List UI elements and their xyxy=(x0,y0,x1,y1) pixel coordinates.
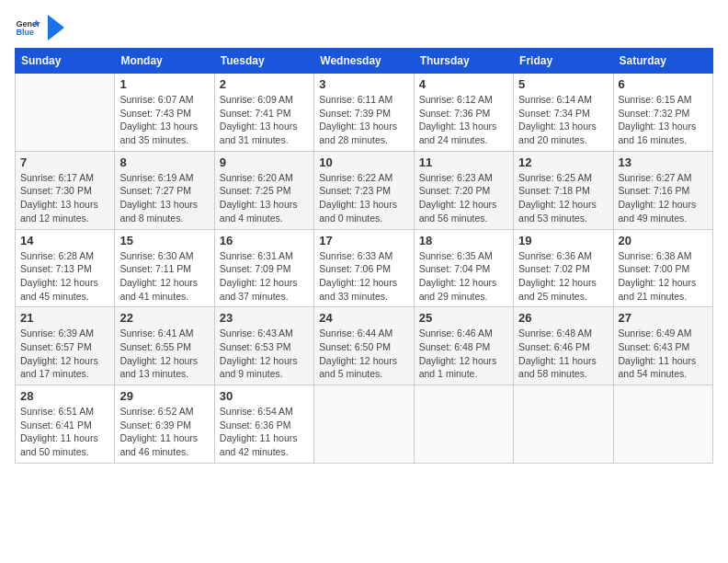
calendar-cell: 3Sunrise: 6:11 AM Sunset: 7:39 PM Daylig… xyxy=(314,74,414,152)
day-number: 21 xyxy=(20,311,109,325)
day-number: 25 xyxy=(419,311,508,325)
calendar-cell: 27Sunrise: 6:49 AM Sunset: 6:43 PM Dayli… xyxy=(613,307,712,385)
weekday-header-sunday: Sunday xyxy=(16,49,115,74)
calendar-cell: 5Sunrise: 6:14 AM Sunset: 7:34 PM Daylig… xyxy=(514,74,613,152)
calendar-cell: 21Sunrise: 6:39 AM Sunset: 6:57 PM Dayli… xyxy=(16,307,115,385)
calendar-cell xyxy=(613,385,712,464)
calendar-cell: 19Sunrise: 6:36 AM Sunset: 7:02 PM Dayli… xyxy=(514,229,613,307)
day-number: 16 xyxy=(220,234,309,247)
day-number: 5 xyxy=(518,77,608,91)
calendar-cell: 6Sunrise: 6:15 AM Sunset: 7:32 PM Daylig… xyxy=(613,74,712,152)
day-info: Sunrise: 6:27 AM Sunset: 7:16 PM Dayligh… xyxy=(619,171,708,225)
day-number: 20 xyxy=(619,234,708,247)
day-number: 12 xyxy=(518,155,608,169)
logo-arrow-icon xyxy=(48,15,64,40)
day-info: Sunrise: 6:14 AM Sunset: 7:34 PM Dayligh… xyxy=(518,93,608,147)
calendar-cell: 23Sunrise: 6:43 AM Sunset: 6:53 PM Dayli… xyxy=(214,307,313,385)
calendar-cell: 26Sunrise: 6:48 AM Sunset: 6:46 PM Dayli… xyxy=(514,307,613,385)
calendar-cell: 25Sunrise: 6:46 AM Sunset: 6:48 PM Dayli… xyxy=(414,307,513,385)
day-info: Sunrise: 6:20 AM Sunset: 7:25 PM Dayligh… xyxy=(220,171,309,225)
day-number: 10 xyxy=(319,155,408,169)
day-number: 14 xyxy=(20,234,109,247)
svg-marker-3 xyxy=(48,15,64,40)
calendar-cell: 11Sunrise: 6:23 AM Sunset: 7:20 PM Dayli… xyxy=(414,151,513,229)
day-info: Sunrise: 6:23 AM Sunset: 7:20 PM Dayligh… xyxy=(419,171,508,225)
calendar-cell: 14Sunrise: 6:28 AM Sunset: 7:13 PM Dayli… xyxy=(16,229,115,307)
calendar-table: SundayMondayTuesdayWednesdayThursdayFrid… xyxy=(15,48,713,464)
calendar-cell: 20Sunrise: 6:38 AM Sunset: 7:00 PM Dayli… xyxy=(613,229,712,307)
day-number: 4 xyxy=(419,77,508,91)
weekday-header-wednesday: Wednesday xyxy=(314,49,414,74)
day-number: 23 xyxy=(220,311,309,325)
day-number: 18 xyxy=(419,234,508,247)
day-number: 19 xyxy=(518,234,608,247)
day-info: Sunrise: 6:52 AM Sunset: 6:39 PM Dayligh… xyxy=(119,405,209,459)
day-info: Sunrise: 6:09 AM Sunset: 7:41 PM Dayligh… xyxy=(220,93,309,147)
day-info: Sunrise: 6:22 AM Sunset: 7:23 PM Dayligh… xyxy=(319,171,408,225)
day-number: 30 xyxy=(220,389,309,403)
day-info: Sunrise: 6:38 AM Sunset: 7:00 PM Dayligh… xyxy=(619,249,708,304)
day-info: Sunrise: 6:17 AM Sunset: 7:30 PM Dayligh… xyxy=(20,171,109,225)
calendar-cell xyxy=(514,385,613,464)
calendar-cell: 10Sunrise: 6:22 AM Sunset: 7:23 PM Dayli… xyxy=(314,151,414,229)
day-number: 27 xyxy=(619,311,708,325)
calendar-cell: 1Sunrise: 6:07 AM Sunset: 7:43 PM Daylig… xyxy=(115,74,214,152)
day-number: 22 xyxy=(119,311,209,325)
day-info: Sunrise: 6:54 AM Sunset: 6:36 PM Dayligh… xyxy=(220,405,309,459)
calendar-cell: 9Sunrise: 6:20 AM Sunset: 7:25 PM Daylig… xyxy=(214,151,313,229)
day-info: Sunrise: 6:25 AM Sunset: 7:18 PM Dayligh… xyxy=(518,171,608,225)
calendar-cell: 16Sunrise: 6:31 AM Sunset: 7:09 PM Dayli… xyxy=(214,229,313,307)
calendar-cell: 4Sunrise: 6:12 AM Sunset: 7:36 PM Daylig… xyxy=(414,74,513,152)
day-info: Sunrise: 6:11 AM Sunset: 7:39 PM Dayligh… xyxy=(319,93,408,147)
weekday-header-friday: Friday xyxy=(514,49,613,74)
day-info: Sunrise: 6:12 AM Sunset: 7:36 PM Dayligh… xyxy=(419,93,508,147)
day-info: Sunrise: 6:15 AM Sunset: 7:32 PM Dayligh… xyxy=(619,93,708,147)
calendar-cell: 13Sunrise: 6:27 AM Sunset: 7:16 PM Dayli… xyxy=(613,151,712,229)
weekday-header-monday: Monday xyxy=(115,49,214,74)
calendar-cell: 15Sunrise: 6:30 AM Sunset: 7:11 PM Dayli… xyxy=(115,229,214,307)
calendar-cell xyxy=(314,385,414,464)
day-info: Sunrise: 6:48 AM Sunset: 6:46 PM Dayligh… xyxy=(518,327,608,381)
weekday-header-tuesday: Tuesday xyxy=(214,49,313,74)
day-info: Sunrise: 6:35 AM Sunset: 7:04 PM Dayligh… xyxy=(419,249,508,304)
calendar-cell: 2Sunrise: 6:09 AM Sunset: 7:41 PM Daylig… xyxy=(214,74,313,152)
calendar-cell: 22Sunrise: 6:41 AM Sunset: 6:55 PM Dayli… xyxy=(115,307,214,385)
day-info: Sunrise: 6:36 AM Sunset: 7:02 PM Dayligh… xyxy=(518,249,608,304)
day-number: 3 xyxy=(319,77,408,91)
calendar-cell xyxy=(414,385,513,464)
day-number: 11 xyxy=(419,155,508,169)
day-number: 24 xyxy=(319,311,408,325)
day-info: Sunrise: 6:39 AM Sunset: 6:57 PM Dayligh… xyxy=(20,327,109,381)
calendar-cell: 12Sunrise: 6:25 AM Sunset: 7:18 PM Dayli… xyxy=(514,151,613,229)
day-info: Sunrise: 6:41 AM Sunset: 6:55 PM Dayligh… xyxy=(119,327,209,381)
calendar-cell: 18Sunrise: 6:35 AM Sunset: 7:04 PM Dayli… xyxy=(414,229,513,307)
day-number: 6 xyxy=(619,77,708,91)
calendar-cell: 7Sunrise: 6:17 AM Sunset: 7:30 PM Daylig… xyxy=(16,151,115,229)
weekday-header-thursday: Thursday xyxy=(414,49,513,74)
day-info: Sunrise: 6:31 AM Sunset: 7:09 PM Dayligh… xyxy=(220,249,309,304)
day-info: Sunrise: 6:46 AM Sunset: 6:48 PM Dayligh… xyxy=(419,327,508,381)
day-info: Sunrise: 6:28 AM Sunset: 7:13 PM Dayligh… xyxy=(20,249,109,304)
day-info: Sunrise: 6:44 AM Sunset: 6:50 PM Dayligh… xyxy=(319,327,408,381)
weekday-header-saturday: Saturday xyxy=(613,49,712,74)
day-number: 26 xyxy=(518,311,608,325)
calendar-cell: 30Sunrise: 6:54 AM Sunset: 6:36 PM Dayli… xyxy=(214,385,313,464)
calendar-cell: 29Sunrise: 6:52 AM Sunset: 6:39 PM Dayli… xyxy=(115,385,214,464)
day-number: 2 xyxy=(220,77,309,91)
day-info: Sunrise: 6:43 AM Sunset: 6:53 PM Dayligh… xyxy=(220,327,309,381)
svg-text:Blue: Blue xyxy=(16,28,34,37)
day-number: 17 xyxy=(319,234,408,247)
day-number: 15 xyxy=(119,234,209,247)
calendar-cell: 17Sunrise: 6:33 AM Sunset: 7:06 PM Dayli… xyxy=(314,229,414,307)
day-info: Sunrise: 6:49 AM Sunset: 6:43 PM Dayligh… xyxy=(619,327,708,381)
day-number: 7 xyxy=(20,155,109,169)
day-number: 1 xyxy=(119,77,209,91)
day-info: Sunrise: 6:30 AM Sunset: 7:11 PM Dayligh… xyxy=(119,249,209,304)
day-number: 9 xyxy=(220,155,309,169)
day-number: 8 xyxy=(119,155,209,169)
calendar-cell: 24Sunrise: 6:44 AM Sunset: 6:50 PM Dayli… xyxy=(314,307,414,385)
logo: General Blue xyxy=(15,15,64,40)
logo-icon: General Blue xyxy=(15,15,40,40)
calendar-cell xyxy=(16,74,115,152)
day-number: 28 xyxy=(20,389,109,403)
